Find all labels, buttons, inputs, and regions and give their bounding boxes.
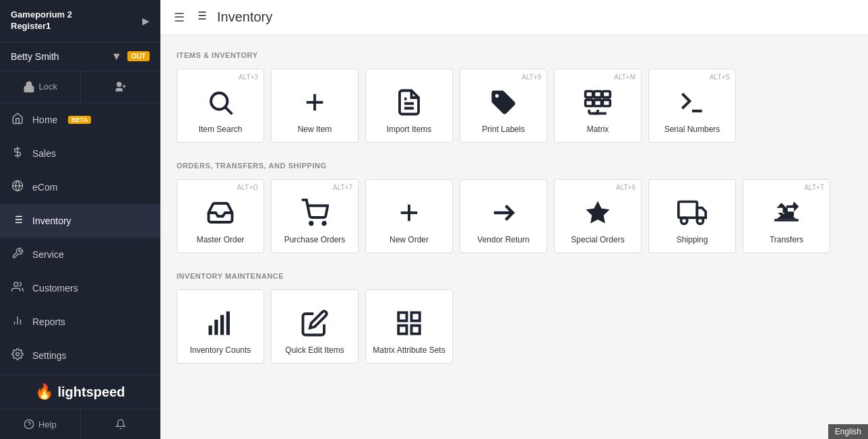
shortcut-matrix: ALT+M — [614, 73, 636, 81]
orders-tiles: ALT+O Master Order ALT+7 Purchase Orders — [177, 179, 852, 253]
sidebar-item-settings[interactable]: Settings — [0, 339, 160, 372]
inbox-icon — [206, 196, 235, 230]
sidebar-item-home-label: Home — [32, 114, 57, 125]
svg-rect-55 — [220, 315, 224, 335]
tile-print-labels[interactable]: ALT+9 Print Labels — [460, 69, 547, 143]
add-user-button[interactable] — [81, 71, 161, 102]
store-name: Gameporium 2 — [11, 9, 72, 21]
ecom-icon — [11, 180, 24, 195]
star-icon — [584, 196, 612, 230]
sidebar-item-customers-label: Customers — [32, 283, 78, 294]
tile-quick-edit-items[interactable]: Quick Edit Items — [271, 290, 359, 364]
sidebar-item-settings-label: Settings — [32, 350, 67, 361]
lock-label: Lock — [39, 81, 57, 92]
help-button[interactable]: Help — [0, 409, 81, 439]
tile-purchase-orders[interactable]: ALT+7 Purchase Orders — [271, 179, 359, 253]
svg-rect-34 — [594, 100, 602, 106]
notifications-button[interactable] — [81, 409, 161, 439]
tile-matrix[interactable]: ALT+M Matrix — [554, 69, 642, 143]
service-icon — [11, 247, 24, 262]
tile-special-orders[interactable]: ALT+8 Special Orders — [554, 179, 642, 253]
tile-inventory-counts[interactable]: Inventory Counts — [177, 290, 264, 364]
svg-rect-54 — [214, 320, 218, 335]
label-icon — [489, 86, 518, 119]
sidebar-item-ecom[interactable]: eCom — [0, 170, 160, 204]
sidebar-nav: Home BETA Sales eCom Inventory — [0, 103, 160, 374]
tile-print-labels-label: Print Labels — [482, 125, 524, 135]
sidebar-item-sales-label: Sales — [32, 148, 56, 159]
edit-icon — [301, 306, 329, 340]
new-order-icon — [395, 196, 423, 230]
bell-icon — [115, 419, 126, 430]
lightspeed-logo: 🔥 lightspeed — [35, 383, 125, 401]
shortcut-master-order: ALT+O — [237, 184, 258, 191]
tile-import-items[interactable]: Import Items — [365, 69, 453, 143]
plus-icon — [301, 86, 329, 119]
tile-matrix-attribute-sets-label: Matrix Attribute Sets — [373, 345, 445, 356]
tile-quick-edit-items-label: Quick Edit Items — [285, 345, 344, 356]
tile-shipping-label: Shipping — [677, 235, 708, 246]
tile-new-item[interactable]: New Item — [271, 69, 359, 143]
sidebar-item-reports[interactable]: Reports — [0, 305, 160, 339]
svg-line-27 — [226, 108, 232, 114]
shortcut-print-labels: ALT+9 — [522, 73, 541, 81]
inventory-maintenance-tiles: Inventory Counts Quick Edit Items Matrix… — [177, 290, 852, 364]
sidebar-item-inventory-label: Inventory — [32, 215, 71, 226]
sidebar-item-reports-label: Reports — [32, 316, 65, 327]
cart-icon — [301, 196, 329, 230]
user-dropdown-icon[interactable]: ▼ — [111, 50, 122, 63]
sidebar-user: Betty Smith ▼ OUT — [0, 42, 160, 71]
shortcut-transfers: ALT+T — [804, 184, 824, 191]
sidebar-item-service[interactable]: Service — [0, 238, 160, 271]
flame-icon: 🔥 — [35, 383, 53, 401]
sidebar-item-sales[interactable]: Sales — [0, 137, 160, 170]
tile-item-search[interactable]: ALT+3 Item Search — [177, 69, 264, 143]
tile-import-items-label: Import Items — [387, 125, 432, 135]
reports-icon — [11, 314, 24, 329]
tile-vendor-return[interactable]: Vendor Return — [460, 179, 547, 253]
svg-point-17 — [16, 353, 20, 356]
bar-chart-icon — [206, 306, 235, 340]
tile-transfers[interactable]: ALT+T Transfers — [743, 179, 830, 253]
sales-icon — [11, 146, 24, 161]
home-icon — [11, 112, 24, 127]
svg-rect-51 — [774, 220, 799, 222]
shortcut-item-search: ALT+3 — [239, 73, 258, 81]
svg-point-50 — [697, 218, 703, 224]
svg-marker-46 — [586, 201, 610, 224]
tile-vendor-return-label: Vendor Return — [477, 235, 529, 246]
svg-point-13 — [14, 282, 18, 286]
svg-rect-47 — [679, 202, 698, 218]
logo-text: lightspeed — [57, 384, 125, 400]
terminal-icon — [677, 86, 707, 119]
lock-icon — [23, 81, 35, 93]
language-badge[interactable]: English — [828, 424, 868, 439]
lock-button[interactable]: Lock — [0, 71, 81, 102]
transfers-icon — [772, 196, 801, 230]
tile-serial-numbers-label: Serial Numbers — [664, 125, 720, 135]
sidebar-item-home[interactable]: Home BETA — [0, 103, 160, 137]
tile-new-order-label: New Order — [390, 235, 429, 246]
menu-icon[interactable]: ☰ — [174, 10, 185, 25]
settings-icon — [11, 348, 24, 363]
svg-rect-56 — [226, 312, 230, 335]
sidebar-item-inventory[interactable]: Inventory — [0, 204, 160, 238]
svg-point-49 — [681, 218, 687, 224]
svg-point-42 — [323, 222, 326, 225]
svg-marker-48 — [697, 208, 706, 218]
tile-special-orders-label: Special Orders — [571, 235, 624, 246]
sidebar-expand-icon[interactable]: ▶ — [142, 15, 150, 26]
svg-rect-58 — [412, 313, 420, 321]
tile-master-order[interactable]: ALT+O Master Order — [177, 179, 264, 253]
svg-rect-0 — [24, 86, 34, 92]
tile-matrix-attribute-sets[interactable]: Matrix Attribute Sets — [365, 290, 453, 364]
sidebar-footer: 🔥 lightspeed — [0, 374, 160, 409]
svg-point-26 — [211, 93, 228, 110]
tile-shipping[interactable]: Shipping — [648, 179, 736, 253]
tile-item-search-label: Item Search — [199, 125, 243, 135]
add-user-icon — [115, 81, 127, 93]
tile-new-order[interactable]: New Order — [365, 179, 453, 253]
sidebar-item-customers[interactable]: Customers — [0, 271, 160, 305]
grid-icon — [395, 306, 423, 340]
tile-serial-numbers[interactable]: ALT+S Serial Numbers — [648, 69, 736, 143]
